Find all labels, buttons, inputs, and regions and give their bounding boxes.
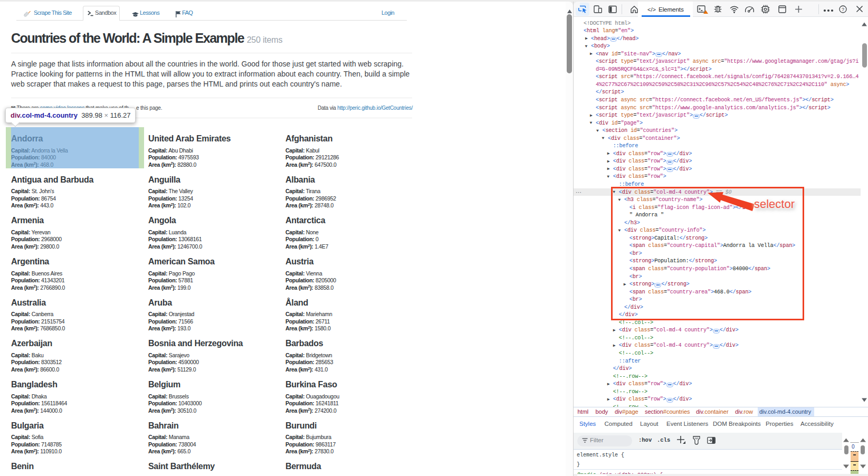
svg-text:?: ? — [842, 7, 844, 12]
